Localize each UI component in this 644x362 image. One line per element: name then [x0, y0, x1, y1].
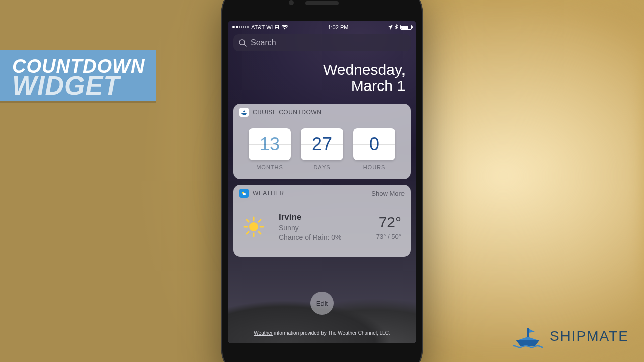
countdown-value-hours: 0	[353, 128, 395, 160]
countdown-label-days: DAYS	[301, 164, 343, 170]
weather-attribution: Weather information provided by The Weat…	[228, 330, 416, 336]
search-icon	[238, 39, 247, 47]
phone-camera	[289, 0, 294, 5]
weather-rain-chance: Chance of Rain: 0%	[279, 233, 376, 243]
search-placeholder: Search	[251, 38, 276, 47]
edit-widgets-button[interactable]: Edit	[310, 292, 334, 315]
countdown-header: CRUISE COUNTDOWN	[233, 104, 411, 121]
svg-line-11	[247, 232, 249, 234]
brand-badge: SHIPMATE	[513, 325, 629, 348]
countdown-value-months: 13	[249, 128, 291, 160]
weather-title: WEATHER	[253, 190, 284, 197]
countdown-value-days: 27	[301, 128, 343, 160]
weather-header: WEATHER Show More	[233, 185, 411, 202]
stage: COUNTDOWN WIDGET AT&T Wi-Fi 1:02 PM	[0, 0, 644, 362]
countdown-tile-days: 27 DAYS	[301, 128, 343, 170]
weather-temp-now: 72°	[376, 214, 401, 231]
svg-line-9	[259, 232, 261, 234]
date-weekday: Wednesday,	[238, 61, 406, 78]
weather-body: Irvine Sunny Chance of Rain: 0% 72° 73° …	[233, 202, 411, 257]
countdown-tile-hours: 0 HOURS	[353, 128, 395, 170]
status-bar: AT&T Wi-Fi 1:02 PM	[228, 21, 416, 31]
date-monthday: March 1	[238, 77, 406, 95]
sun-icon	[243, 216, 270, 238]
wifi-icon	[281, 25, 288, 30]
spotlight-search[interactable]: Search	[233, 34, 411, 51]
countdown-title: CRUISE COUNTDOWN	[253, 109, 321, 116]
weather-attribution-link[interactable]: Weather	[254, 330, 273, 336]
weather-widget[interactable]: WEATHER Show More	[233, 185, 411, 257]
bluetooth-icon	[395, 24, 398, 30]
carrier-label: AT&T Wi-Fi	[251, 24, 279, 30]
clock: 1:02 PM	[328, 24, 348, 30]
phone-earpiece	[305, 1, 339, 5]
location-icon	[388, 25, 393, 30]
svg-line-1	[244, 44, 246, 46]
brand-name: SHIPMATE	[550, 328, 629, 344]
countdown-tile-months: 13 MONTHS	[249, 128, 291, 170]
phone-screen: AT&T Wi-Fi 1:02 PM	[228, 21, 416, 343]
battery-icon	[400, 25, 412, 30]
weather-attribution-rest: information provided by The Weather Chan…	[273, 330, 390, 336]
overlay-title-line2: WIDGET	[12, 73, 145, 98]
shipmate-app-icon	[239, 108, 249, 117]
today-date: Wednesday, March 1	[228, 54, 416, 104]
svg-point-3	[249, 222, 258, 231]
weather-show-more[interactable]: Show More	[371, 190, 405, 197]
phone-frame: AT&T Wi-Fi 1:02 PM	[221, 0, 423, 362]
ship-icon	[513, 325, 543, 348]
countdown-label-months: MONTHS	[249, 164, 291, 170]
countdown-label-hours: HOURS	[353, 164, 395, 170]
overlay-title: COUNTDOWN WIDGET	[0, 50, 156, 101]
weather-temp-hilo: 73° / 50°	[376, 233, 401, 240]
weather-app-icon	[239, 189, 249, 198]
signal-dots	[232, 26, 249, 28]
countdown-body: 13 MONTHS 27 DAYS 0 HOURS	[233, 121, 411, 179]
cruise-countdown-widget[interactable]: CRUISE COUNTDOWN 13 MONTHS 27 DAYS 0 HOU…	[233, 104, 411, 179]
svg-line-10	[259, 220, 261, 222]
svg-line-8	[247, 220, 249, 222]
weather-condition: Sunny	[279, 223, 376, 233]
weather-city: Irvine	[279, 211, 376, 223]
